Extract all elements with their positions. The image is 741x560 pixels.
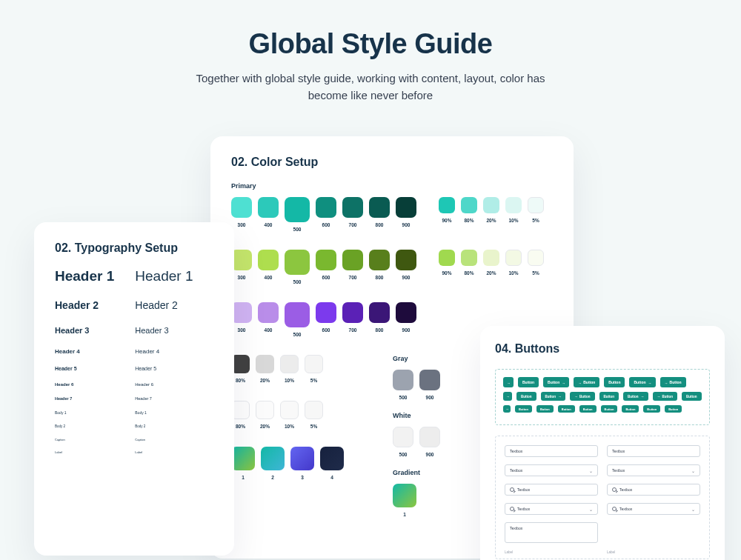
swatch <box>342 197 363 218</box>
hero: Global Style Guide Together with global … <box>0 0 741 104</box>
swatch <box>256 355 274 373</box>
swatch <box>231 250 252 270</box>
sample-h1-light: Header 1 <box>135 268 193 284</box>
textbox[interactable]: Textbox <box>607 445 700 457</box>
swatch <box>528 250 544 266</box>
select[interactable]: Textbox⌄ <box>607 464 700 476</box>
button[interactable]: Button <box>536 405 554 413</box>
arrow-right-icon <box>657 395 660 398</box>
button[interactable]: Button <box>599 392 619 401</box>
sample-label: Label <box>55 450 114 454</box>
icon-button[interactable] <box>503 405 511 413</box>
button-trailing-icon[interactable]: Button <box>629 377 655 387</box>
sample-h6: Header 6 <box>55 382 114 387</box>
button[interactable]: Button <box>601 405 618 413</box>
form-showcase: Textbox Textbox⌄ Textbox Textbox⌄ Textbo… <box>495 436 710 559</box>
swatch <box>483 250 499 266</box>
textbox-with-icon[interactable]: Textbox <box>505 484 598 496</box>
swatch <box>396 250 416 270</box>
chevron-down-icon: ⌄ <box>589 468 593 473</box>
swatch <box>285 302 310 327</box>
button[interactable]: Button <box>665 405 682 413</box>
button[interactable]: Button <box>516 392 536 401</box>
button-leading-icon[interactable]: Button <box>653 392 678 401</box>
sample-h7-light: Header 7 <box>135 396 193 401</box>
swatch <box>256 401 274 419</box>
sample-h1: Header 1 <box>55 268 114 284</box>
chevron-down-icon: ⌄ <box>691 507 695 512</box>
button[interactable]: Button <box>579 405 597 413</box>
button[interactable]: Button <box>558 405 575 413</box>
sample-h3: Header 3 <box>55 326 114 335</box>
swatch <box>231 197 252 218</box>
swatch <box>419 370 440 390</box>
swatch <box>396 302 416 323</box>
page-subtitle: Together with global style guide, workin… <box>178 70 563 104</box>
arrow-right-icon <box>648 381 651 384</box>
white-alpha-row: 80% 20% 10% 5% <box>231 401 344 429</box>
textarea[interactable]: Textbox <box>505 522 598 543</box>
button-trailing-icon[interactable]: Button <box>541 392 566 401</box>
button[interactable]: Button <box>518 377 539 387</box>
cards-canvas: 02. Color Setup Primary 300 400 500 600 … <box>0 126 741 560</box>
icon-button[interactable] <box>503 377 514 387</box>
button-trailing-icon[interactable]: Button <box>623 392 648 401</box>
typography-heading: 02. Typography Setup <box>55 241 213 255</box>
user-icon <box>510 487 514 492</box>
swatch <box>505 250 522 266</box>
primary-label: Primary <box>231 182 553 190</box>
buttons-heading: 04. Buttons <box>495 342 710 356</box>
select-with-icon[interactable]: Textbox⌄ <box>505 503 598 515</box>
button[interactable]: Button <box>604 377 625 387</box>
swatch <box>280 355 299 373</box>
chevron-down-icon: ⌄ <box>691 468 695 473</box>
swatch <box>369 302 390 323</box>
swatch <box>316 302 336 323</box>
sample-h5: Header 5 <box>55 366 114 371</box>
swatch <box>461 197 477 213</box>
select-with-icon[interactable]: Textbox⌄ <box>607 503 700 515</box>
user-icon <box>612 507 617 511</box>
swatch <box>342 302 363 323</box>
sample-caption-light: Caption <box>135 438 193 441</box>
swatch-gradient <box>290 447 314 470</box>
field-label: Label <box>607 550 700 554</box>
sample-h7: Header 7 <box>55 396 114 401</box>
sample-body2: Body 2 <box>55 424 114 428</box>
primary-scale-row: 300 400 500 600 700 800 900 90% 80% 20% … <box>231 197 553 232</box>
sample-h4-light: Header 4 <box>135 348 193 355</box>
swatch <box>258 197 279 218</box>
swatch <box>439 250 455 266</box>
arrow-right-icon <box>574 395 577 398</box>
icon-button[interactable] <box>503 392 512 401</box>
arrow-right-icon <box>507 381 510 384</box>
swatch <box>285 250 310 275</box>
swatch <box>419 427 440 447</box>
gradient-label: Gradient <box>393 469 440 476</box>
typo-col-bold: Header 1 Header 2 Header 3 Header 4 Head… <box>55 268 114 454</box>
swatch <box>369 250 390 270</box>
button[interactable]: Button <box>682 392 702 401</box>
button[interactable]: Button <box>515 405 532 413</box>
button[interactable]: Button <box>622 405 639 413</box>
swatch <box>342 250 363 270</box>
button-leading-icon[interactable]: Button <box>574 377 599 387</box>
arrow-right-icon <box>505 407 508 410</box>
swatch-gradient <box>393 484 416 507</box>
swatch <box>231 302 252 323</box>
button-leading-icon[interactable]: Button <box>570 392 595 401</box>
button[interactable]: Button <box>643 405 660 413</box>
button-leading-icon[interactable]: Button <box>660 377 686 387</box>
textbox[interactable]: Textbox <box>505 445 598 457</box>
select[interactable]: Textbox⌄ <box>505 464 598 476</box>
card-typography: 02. Typography Setup Header 1 Header 2 H… <box>34 222 234 556</box>
arrow-right-icon <box>665 381 668 384</box>
textbox-with-icon[interactable]: Textbox <box>607 484 700 496</box>
sample-body2-light: Body 2 <box>135 424 193 428</box>
swatch-gradient <box>320 447 344 470</box>
swatch <box>483 197 499 213</box>
color-card-heading: 02. Color Setup <box>231 156 553 169</box>
swatch <box>316 250 336 270</box>
button-trailing-icon[interactable]: Button <box>543 377 569 387</box>
swatch <box>461 250 477 266</box>
